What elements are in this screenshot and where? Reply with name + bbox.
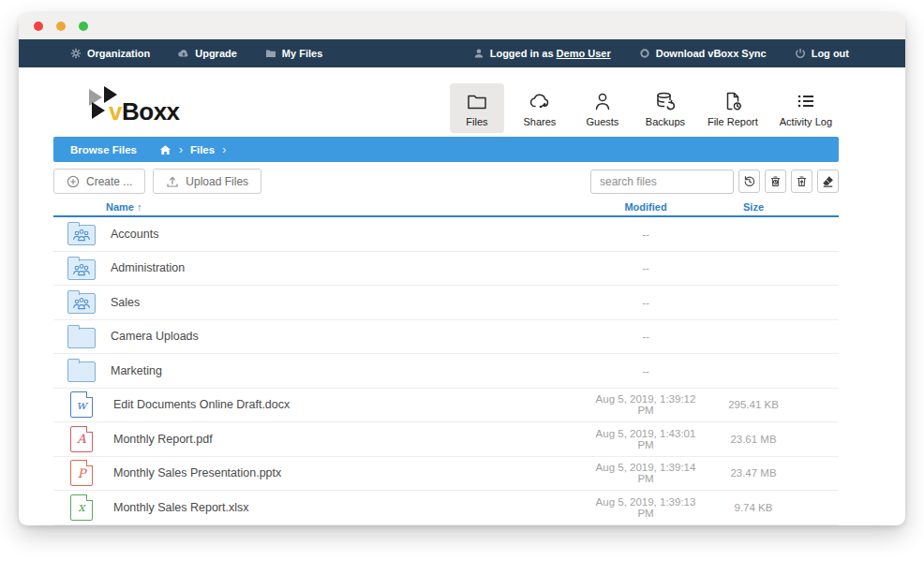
person-icon — [473, 48, 484, 59]
share-cloud-icon — [528, 90, 552, 112]
app-window: Organization Upgrade My Files Logged in … — [19, 13, 905, 525]
minimize-button[interactable] — [56, 22, 66, 31]
tab-label: Shares — [519, 116, 560, 127]
search-input[interactable] — [590, 170, 734, 194]
file-name[interactable]: Edit Documents Online Draft.docx — [113, 398, 589, 411]
create-button[interactable]: Create ... — [53, 169, 145, 194]
tab-label: Backups — [645, 116, 686, 127]
header-row: vBoxx Files Shares Guests Backups — [53, 67, 839, 137]
deleted-files-button[interactable] — [765, 170, 786, 193]
nav-label: Upgrade — [195, 48, 237, 59]
eraser-button[interactable] — [817, 170, 839, 193]
browse-files-label: Browse Files — [70, 144, 137, 155]
restore-trash-icon — [795, 174, 809, 188]
tab-activity-log[interactable]: Activity Log — [773, 83, 839, 133]
table-row[interactable]: Sales -- — [53, 286, 839, 320]
table-row[interactable]: Accounts -- — [53, 217, 839, 252]
file-name[interactable]: Marketing — [111, 364, 589, 377]
history-icon — [742, 174, 756, 188]
tab-label: Files — [456, 116, 498, 127]
upload-button-label: Upload Files — [186, 175, 248, 188]
file-name[interactable]: Camera Uploads — [111, 330, 589, 343]
file-list: Accounts -- Administration -- Sales -- — [53, 217, 839, 525]
file-modified: Aug 5, 2019, 1:39:13 PM — [589, 496, 702, 519]
table-row[interactable]: w Edit Documents Online Draft.docx Aug 5… — [53, 389, 839, 423]
sort-arrow-icon: ↑ — [137, 201, 142, 213]
main-tabs: Files Shares Guests Backups File Report — [441, 83, 839, 133]
tab-backups[interactable]: Backups — [638, 83, 693, 133]
nav-logout[interactable]: Log out — [795, 48, 849, 59]
shared-folder-icon — [67, 293, 96, 314]
power-icon — [795, 48, 806, 59]
zoom-button[interactable] — [79, 22, 88, 31]
tab-label: Guests — [582, 116, 623, 127]
table-row[interactable]: x Monthly Sales Report.xlsx Aug 5, 2019,… — [53, 491, 839, 525]
folder-icon — [265, 48, 276, 59]
column-header-name[interactable]: Name ↑ — [53, 201, 589, 213]
file-modified: -- — [589, 331, 702, 342]
nav-download-sync[interactable]: Download vBoxx Sync — [639, 48, 767, 59]
logged-in-prefix: Logged in as — [490, 48, 554, 59]
file-name[interactable]: Administration — [111, 261, 589, 274]
file-modified: Aug 5, 2019, 1:39:12 PM — [589, 393, 702, 416]
vboxx-logo-text: vBoxx — [109, 97, 180, 126]
history-button[interactable] — [738, 170, 760, 193]
tab-files[interactable]: Files — [450, 83, 504, 133]
file-size: 23.61 MB — [702, 434, 805, 445]
table-row[interactable]: P Monthly Sales Presentation.pptx Aug 5,… — [53, 457, 839, 492]
tab-guests[interactable]: Guests — [575, 83, 630, 133]
word-file-icon: w — [70, 391, 93, 418]
deleted-files-icon — [768, 174, 782, 188]
file-clock-icon — [721, 90, 745, 112]
breadcrumb-item-files[interactable]: Files — [190, 144, 215, 155]
nav-logged-in[interactable]: Logged in as Demo User — [473, 48, 611, 59]
titlebar — [19, 13, 905, 39]
person-icon — [590, 90, 615, 112]
excel-file-icon: x — [70, 494, 93, 521]
folder-icon — [465, 90, 489, 112]
nav-my-files[interactable]: My Files — [265, 48, 322, 59]
file-name[interactable]: Accounts — [111, 228, 589, 241]
table-row[interactable]: Camera Uploads -- — [53, 320, 839, 355]
file-modified: -- — [589, 229, 702, 240]
shared-folder-icon — [67, 259, 96, 280]
file-name[interactable]: Sales — [111, 296, 589, 309]
breadcrumb-chevron: › — [222, 143, 226, 156]
file-size: 295.41 KB — [702, 399, 805, 410]
home-breadcrumb[interactable] — [159, 144, 171, 155]
file-name[interactable]: Monthly Sales Report.xlsx — [113, 501, 589, 514]
nav-label: Download vBoxx Sync — [656, 48, 767, 59]
file-modified: -- — [589, 262, 702, 273]
top-navbar: Organization Upgrade My Files Logged in … — [19, 39, 905, 67]
nav-upgrade[interactable]: Upgrade — [178, 48, 237, 59]
shared-folder-icon — [67, 225, 96, 245]
nav-organization[interactable]: Organization — [70, 48, 150, 59]
gear-icon — [70, 48, 82, 59]
table-row[interactable]: Administration -- — [53, 252, 839, 287]
toolbar: Create ... Upload Files — [53, 169, 839, 194]
column-header-modified[interactable]: Modified — [589, 201, 702, 213]
cloud-upgrade-icon — [178, 48, 189, 59]
logged-in-user[interactable]: Demo User — [557, 48, 611, 59]
table-row[interactable]: Marketing -- — [53, 354, 839, 389]
file-name[interactable]: Monthly Sales Presentation.pptx — [113, 466, 589, 479]
table-row[interactable]: A Monthly Report.pdf Aug 5, 2019, 1:43:0… — [53, 422, 839, 457]
table-header: Name ↑ Modified Size — [53, 199, 839, 217]
close-button[interactable] — [34, 22, 43, 31]
file-name[interactable]: Monthly Report.pdf — [113, 433, 589, 446]
eraser-icon — [821, 174, 835, 188]
plus-circle-icon — [67, 175, 80, 188]
tab-shares[interactable]: Shares — [513, 83, 567, 133]
create-button-label: Create ... — [86, 175, 132, 188]
powerpoint-file-icon: P — [70, 460, 93, 486]
nav-label: My Files — [282, 48, 322, 59]
file-modified: -- — [589, 297, 702, 308]
restore-trash-button[interactable] — [791, 170, 812, 193]
file-modified: -- — [589, 365, 702, 376]
home-icon — [159, 144, 171, 155]
backup-database-icon — [653, 90, 678, 112]
upload-files-button[interactable]: Upload Files — [153, 169, 261, 194]
tab-file-report[interactable]: File Report — [701, 83, 765, 133]
column-header-size[interactable]: Size — [702, 201, 805, 213]
breadcrumb-chevron: › — [179, 143, 183, 156]
